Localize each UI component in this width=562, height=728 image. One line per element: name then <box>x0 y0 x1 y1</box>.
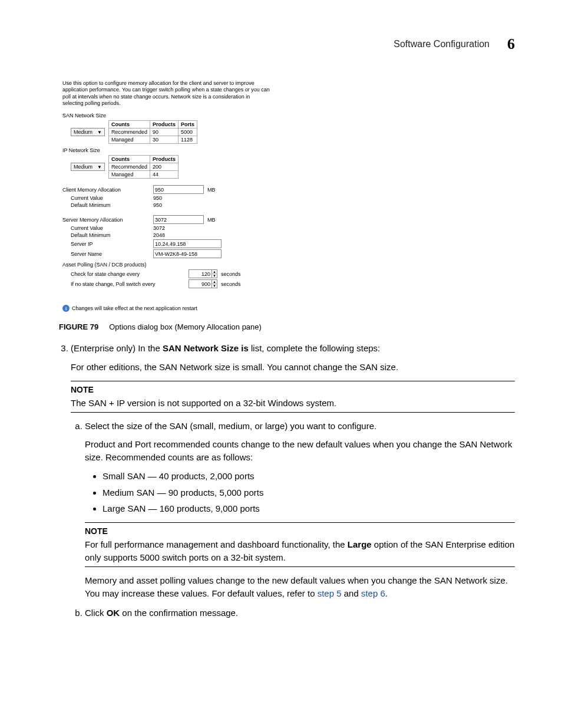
ip-counts-table: CountsProducts Recommended200 Managed44 <box>108 155 178 179</box>
poll-switch-spinner[interactable]: ▲▼ <box>189 279 217 288</box>
step-3b: Click OK on the confirmation message. <box>85 607 515 620</box>
ip-size-label: IP Network Size <box>62 147 272 153</box>
state-change-spinner[interactable]: ▲▼ <box>189 269 217 278</box>
client-mem-input[interactable] <box>153 185 204 194</box>
step-3a: Select the size of the SAN (small, mediu… <box>85 420 515 600</box>
polling-label: Asset Polling (SAN / DCB products) <box>62 262 272 268</box>
chapter-number: 6 <box>507 35 515 53</box>
figure-screenshot: Use this option to configure memory allo… <box>59 77 275 315</box>
restart-note: i Changes will take effect at the next a… <box>62 305 272 312</box>
note-2: NOTE For full performance management and… <box>85 522 515 567</box>
san-size-label: SAN Network Size <box>62 113 272 118</box>
figure-caption: FIGURE 79Options dialog box (Memory Allo… <box>59 322 515 331</box>
chevron-down-icon: ▼ <box>97 164 102 170</box>
step-3: (Enterprise only) In the SAN Network Siz… <box>71 342 515 620</box>
link-step5[interactable]: step 5 <box>318 588 342 598</box>
figure-intro: Use this option to configure memory allo… <box>62 80 272 107</box>
san-counts-table: CountsProductsPorts Recommended905000 Ma… <box>108 120 197 144</box>
san-size-dropdown[interactable]: Medium ▼ <box>71 128 105 136</box>
server-mem-input[interactable] <box>153 215 204 224</box>
link-step6[interactable]: step 6 <box>361 588 385 598</box>
info-icon: i <box>62 305 70 312</box>
server-ip-input[interactable] <box>153 239 222 248</box>
san-size-list: Small SAN — 40 products, 2,000 ports Med… <box>85 470 515 515</box>
step3-para1: For other editions, the SAN Network size… <box>71 361 515 374</box>
server-name-input[interactable] <box>153 249 222 258</box>
note-1: NOTE The SAN + IP version is not support… <box>71 381 515 413</box>
chevron-down-icon: ▼ <box>97 130 102 135</box>
running-header: Software Configuration <box>394 39 490 50</box>
ip-size-dropdown[interactable]: Medium ▼ <box>71 163 105 171</box>
